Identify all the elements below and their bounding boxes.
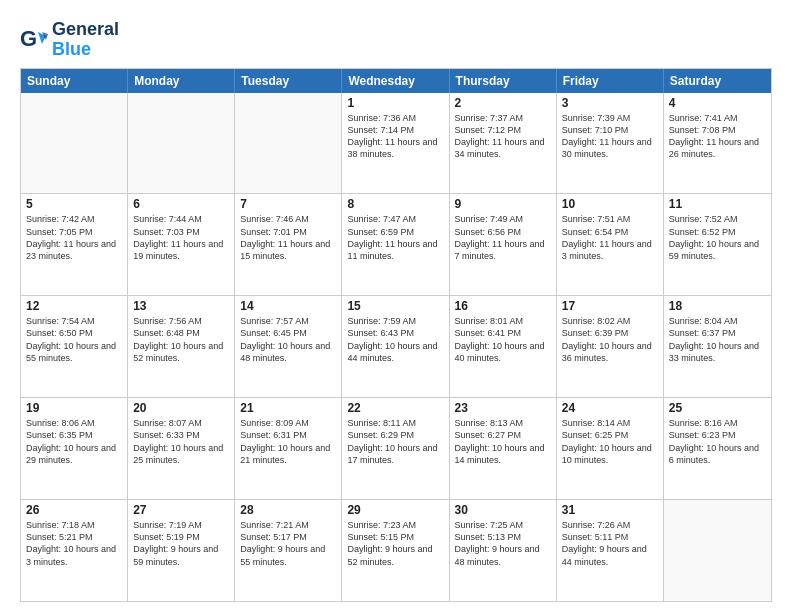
day-number: 14 — [240, 299, 336, 313]
day-cell-11: 11Sunrise: 7:52 AM Sunset: 6:52 PM Dayli… — [664, 194, 771, 295]
day-info: Sunrise: 8:09 AM Sunset: 6:31 PM Dayligh… — [240, 417, 336, 466]
header-cell-thursday: Thursday — [450, 69, 557, 93]
day-cell-22: 22Sunrise: 8:11 AM Sunset: 6:29 PM Dayli… — [342, 398, 449, 499]
day-info: Sunrise: 8:01 AM Sunset: 6:41 PM Dayligh… — [455, 315, 551, 364]
day-info: Sunrise: 7:23 AM Sunset: 5:15 PM Dayligh… — [347, 519, 443, 568]
day-cell-4: 4Sunrise: 7:41 AM Sunset: 7:08 PM Daylig… — [664, 93, 771, 194]
header-cell-sunday: Sunday — [21, 69, 128, 93]
day-info: Sunrise: 7:21 AM Sunset: 5:17 PM Dayligh… — [240, 519, 336, 568]
day-number: 15 — [347, 299, 443, 313]
empty-cell — [21, 93, 128, 194]
day-info: Sunrise: 8:11 AM Sunset: 6:29 PM Dayligh… — [347, 417, 443, 466]
day-cell-10: 10Sunrise: 7:51 AM Sunset: 6:54 PM Dayli… — [557, 194, 664, 295]
day-number: 24 — [562, 401, 658, 415]
page: G GeneralBlue SundayMondayTuesdayWednesd… — [0, 0, 792, 612]
day-info: Sunrise: 7:42 AM Sunset: 7:05 PM Dayligh… — [26, 213, 122, 262]
day-info: Sunrise: 8:14 AM Sunset: 6:25 PM Dayligh… — [562, 417, 658, 466]
day-info: Sunrise: 7:49 AM Sunset: 6:56 PM Dayligh… — [455, 213, 551, 262]
day-cell-18: 18Sunrise: 8:04 AM Sunset: 6:37 PM Dayli… — [664, 296, 771, 397]
day-cell-26: 26Sunrise: 7:18 AM Sunset: 5:21 PM Dayli… — [21, 500, 128, 601]
day-number: 4 — [669, 96, 766, 110]
day-number: 19 — [26, 401, 122, 415]
calendar-row-4: 19Sunrise: 8:06 AM Sunset: 6:35 PM Dayli… — [21, 397, 771, 499]
day-number: 20 — [133, 401, 229, 415]
day-info: Sunrise: 7:59 AM Sunset: 6:43 PM Dayligh… — [347, 315, 443, 364]
day-number: 10 — [562, 197, 658, 211]
day-number: 28 — [240, 503, 336, 517]
header-cell-wednesday: Wednesday — [342, 69, 449, 93]
day-number: 27 — [133, 503, 229, 517]
day-cell-25: 25Sunrise: 8:16 AM Sunset: 6:23 PM Dayli… — [664, 398, 771, 499]
day-info: Sunrise: 7:19 AM Sunset: 5:19 PM Dayligh… — [133, 519, 229, 568]
empty-cell — [235, 93, 342, 194]
day-number: 31 — [562, 503, 658, 517]
calendar-row-5: 26Sunrise: 7:18 AM Sunset: 5:21 PM Dayli… — [21, 499, 771, 601]
day-info: Sunrise: 8:16 AM Sunset: 6:23 PM Dayligh… — [669, 417, 766, 466]
svg-text:G: G — [20, 26, 37, 51]
day-cell-20: 20Sunrise: 8:07 AM Sunset: 6:33 PM Dayli… — [128, 398, 235, 499]
day-number: 2 — [455, 96, 551, 110]
day-info: Sunrise: 7:37 AM Sunset: 7:12 PM Dayligh… — [455, 112, 551, 161]
day-info: Sunrise: 7:41 AM Sunset: 7:08 PM Dayligh… — [669, 112, 766, 161]
day-number: 26 — [26, 503, 122, 517]
day-info: Sunrise: 7:51 AM Sunset: 6:54 PM Dayligh… — [562, 213, 658, 262]
day-cell-30: 30Sunrise: 7:25 AM Sunset: 5:13 PM Dayli… — [450, 500, 557, 601]
day-cell-31: 31Sunrise: 7:26 AM Sunset: 5:11 PM Dayli… — [557, 500, 664, 601]
day-cell-15: 15Sunrise: 7:59 AM Sunset: 6:43 PM Dayli… — [342, 296, 449, 397]
day-info: Sunrise: 7:26 AM Sunset: 5:11 PM Dayligh… — [562, 519, 658, 568]
calendar-row-1: 1Sunrise: 7:36 AM Sunset: 7:14 PM Daylig… — [21, 93, 771, 194]
header-cell-monday: Monday — [128, 69, 235, 93]
day-number: 3 — [562, 96, 658, 110]
day-info: Sunrise: 7:46 AM Sunset: 7:01 PM Dayligh… — [240, 213, 336, 262]
day-number: 25 — [669, 401, 766, 415]
day-cell-23: 23Sunrise: 8:13 AM Sunset: 6:27 PM Dayli… — [450, 398, 557, 499]
day-number: 23 — [455, 401, 551, 415]
empty-cell — [664, 500, 771, 601]
day-cell-29: 29Sunrise: 7:23 AM Sunset: 5:15 PM Dayli… — [342, 500, 449, 601]
day-info: Sunrise: 7:36 AM Sunset: 7:14 PM Dayligh… — [347, 112, 443, 161]
day-cell-16: 16Sunrise: 8:01 AM Sunset: 6:41 PM Dayli… — [450, 296, 557, 397]
day-cell-28: 28Sunrise: 7:21 AM Sunset: 5:17 PM Dayli… — [235, 500, 342, 601]
calendar-body: 1Sunrise: 7:36 AM Sunset: 7:14 PM Daylig… — [21, 93, 771, 601]
day-info: Sunrise: 7:18 AM Sunset: 5:21 PM Dayligh… — [26, 519, 122, 568]
day-info: Sunrise: 7:52 AM Sunset: 6:52 PM Dayligh… — [669, 213, 766, 262]
day-cell-2: 2Sunrise: 7:37 AM Sunset: 7:12 PM Daylig… — [450, 93, 557, 194]
day-number: 12 — [26, 299, 122, 313]
day-number: 8 — [347, 197, 443, 211]
day-info: Sunrise: 7:44 AM Sunset: 7:03 PM Dayligh… — [133, 213, 229, 262]
logo: G GeneralBlue — [20, 20, 119, 60]
day-number: 21 — [240, 401, 336, 415]
day-cell-3: 3Sunrise: 7:39 AM Sunset: 7:10 PM Daylig… — [557, 93, 664, 194]
header: G GeneralBlue — [20, 16, 772, 60]
day-cell-14: 14Sunrise: 7:57 AM Sunset: 6:45 PM Dayli… — [235, 296, 342, 397]
day-info: Sunrise: 8:06 AM Sunset: 6:35 PM Dayligh… — [26, 417, 122, 466]
day-cell-7: 7Sunrise: 7:46 AM Sunset: 7:01 PM Daylig… — [235, 194, 342, 295]
day-info: Sunrise: 8:13 AM Sunset: 6:27 PM Dayligh… — [455, 417, 551, 466]
day-number: 5 — [26, 197, 122, 211]
day-number: 18 — [669, 299, 766, 313]
day-info: Sunrise: 7:57 AM Sunset: 6:45 PM Dayligh… — [240, 315, 336, 364]
day-number: 29 — [347, 503, 443, 517]
day-number: 11 — [669, 197, 766, 211]
day-info: Sunrise: 7:56 AM Sunset: 6:48 PM Dayligh… — [133, 315, 229, 364]
header-cell-friday: Friday — [557, 69, 664, 93]
day-cell-8: 8Sunrise: 7:47 AM Sunset: 6:59 PM Daylig… — [342, 194, 449, 295]
day-cell-24: 24Sunrise: 8:14 AM Sunset: 6:25 PM Dayli… — [557, 398, 664, 499]
calendar-header: SundayMondayTuesdayWednesdayThursdayFrid… — [21, 69, 771, 93]
header-cell-saturday: Saturday — [664, 69, 771, 93]
day-info: Sunrise: 7:54 AM Sunset: 6:50 PM Dayligh… — [26, 315, 122, 364]
day-info: Sunrise: 7:47 AM Sunset: 6:59 PM Dayligh… — [347, 213, 443, 262]
day-number: 16 — [455, 299, 551, 313]
empty-cell — [128, 93, 235, 194]
calendar: SundayMondayTuesdayWednesdayThursdayFrid… — [20, 68, 772, 602]
day-number: 7 — [240, 197, 336, 211]
day-info: Sunrise: 8:04 AM Sunset: 6:37 PM Dayligh… — [669, 315, 766, 364]
day-cell-19: 19Sunrise: 8:06 AM Sunset: 6:35 PM Dayli… — [21, 398, 128, 499]
calendar-row-2: 5Sunrise: 7:42 AM Sunset: 7:05 PM Daylig… — [21, 193, 771, 295]
day-cell-13: 13Sunrise: 7:56 AM Sunset: 6:48 PM Dayli… — [128, 296, 235, 397]
day-info: Sunrise: 8:07 AM Sunset: 6:33 PM Dayligh… — [133, 417, 229, 466]
day-cell-6: 6Sunrise: 7:44 AM Sunset: 7:03 PM Daylig… — [128, 194, 235, 295]
day-info: Sunrise: 7:39 AM Sunset: 7:10 PM Dayligh… — [562, 112, 658, 161]
day-cell-9: 9Sunrise: 7:49 AM Sunset: 6:56 PM Daylig… — [450, 194, 557, 295]
day-cell-21: 21Sunrise: 8:09 AM Sunset: 6:31 PM Dayli… — [235, 398, 342, 499]
